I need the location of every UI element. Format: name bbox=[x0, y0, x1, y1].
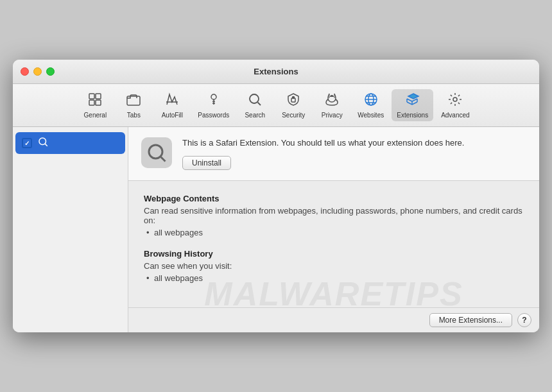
webpage-contents-group: Webpage Contents Can read sensitive info… bbox=[144, 194, 524, 237]
window-title: Extensions bbox=[254, 67, 298, 76]
webpage-contents-item: all webpages bbox=[154, 228, 524, 237]
maximize-button[interactable] bbox=[46, 67, 55, 76]
sidebar bbox=[13, 127, 128, 332]
svg-rect-4 bbox=[127, 96, 140, 105]
toolbar: General Tabs AutoFill bbox=[13, 84, 539, 127]
toolbar-item-general[interactable]: General bbox=[77, 89, 113, 121]
svg-line-20 bbox=[45, 144, 47, 146]
toolbar-item-search[interactable]: Search bbox=[237, 89, 273, 121]
tabs-icon bbox=[126, 92, 141, 110]
search-icon bbox=[247, 92, 263, 110]
advanced-icon bbox=[447, 92, 463, 110]
tabs-label: Tabs bbox=[127, 112, 141, 119]
privacy-icon bbox=[324, 92, 340, 110]
help-button[interactable]: ? bbox=[517, 313, 531, 327]
extension-checkbox[interactable] bbox=[22, 138, 32, 148]
webpage-contents-list: all webpages bbox=[144, 228, 524, 237]
svg-rect-1 bbox=[96, 94, 101, 99]
svg-line-8 bbox=[258, 103, 261, 106]
websites-icon bbox=[363, 92, 379, 110]
autofill-icon bbox=[164, 92, 180, 110]
main-panel: MALWARETIPS This is a Safari Extension. … bbox=[128, 127, 539, 332]
svg-rect-3 bbox=[96, 100, 101, 105]
uninstall-button[interactable]: Uninstall bbox=[182, 156, 231, 170]
toolbar-item-autofill[interactable]: AutoFill bbox=[154, 89, 190, 121]
svg-point-10 bbox=[293, 97, 295, 99]
passwords-label: Passwords bbox=[198, 112, 229, 119]
browsing-history-item: all webpages bbox=[154, 273, 524, 283]
safari-preferences-window: Extensions General Tabs bbox=[13, 60, 539, 332]
extensions-icon bbox=[405, 92, 420, 110]
svg-point-18 bbox=[453, 98, 457, 101]
sidebar-ext-icon bbox=[37, 136, 49, 150]
svg-line-22 bbox=[161, 157, 166, 162]
privacy-label: Privacy bbox=[322, 112, 343, 119]
svg-point-21 bbox=[149, 145, 162, 158]
svg-rect-0 bbox=[89, 94, 94, 99]
browsing-history-title: Browsing History bbox=[144, 249, 524, 259]
bottom-bar: More Extensions... ? bbox=[128, 307, 539, 332]
toolbar-item-extensions[interactable]: Extensions bbox=[392, 89, 433, 121]
permissions-section: Webpage Contents Can read sensitive info… bbox=[128, 181, 539, 307]
svg-rect-2 bbox=[89, 100, 94, 105]
toolbar-item-security[interactable]: Security bbox=[275, 89, 311, 121]
security-icon bbox=[286, 92, 301, 110]
toolbar-item-passwords[interactable]: Passwords bbox=[193, 89, 234, 121]
extension-info: This is a Safari Extension. You should t… bbox=[128, 127, 539, 180]
security-label: Security bbox=[282, 112, 305, 119]
browsing-history-group: Browsing History Can see when you visit:… bbox=[144, 249, 524, 283]
close-button[interactable] bbox=[21, 67, 29, 76]
minimize-button[interactable] bbox=[33, 67, 42, 76]
titlebar: Extensions bbox=[13, 60, 539, 84]
content-area: MALWARETIPS This is a Safari Extension. … bbox=[13, 127, 539, 332]
more-extensions-button[interactable]: More Extensions... bbox=[429, 313, 512, 327]
svg-point-7 bbox=[250, 94, 259, 103]
extension-desc-text: This is a Safari Extension. You should t… bbox=[182, 137, 526, 149]
websites-label: Websites bbox=[358, 112, 384, 119]
traffic-lights bbox=[21, 67, 55, 76]
passwords-icon bbox=[206, 92, 221, 110]
webpage-contents-desc: Can read sensitive information from webp… bbox=[144, 206, 524, 225]
toolbar-item-tabs[interactable]: Tabs bbox=[116, 89, 151, 121]
extension-description: This is a Safari Extension. You should t… bbox=[182, 137, 526, 169]
toolbar-item-websites[interactable]: Websites bbox=[352, 89, 389, 121]
browsing-history-list: all webpages bbox=[144, 273, 524, 283]
toolbar-item-advanced[interactable]: Advanced bbox=[436, 89, 474, 121]
svg-point-6 bbox=[211, 94, 216, 99]
autofill-label: AutoFill bbox=[162, 112, 183, 119]
svg-point-19 bbox=[39, 138, 46, 145]
general-icon bbox=[87, 92, 103, 110]
extension-icon-large bbox=[141, 137, 172, 168]
search-label: Search bbox=[245, 112, 265, 119]
advanced-label: Advanced bbox=[441, 112, 469, 119]
sidebar-item-search-ext[interactable] bbox=[15, 132, 125, 154]
toolbar-item-privacy[interactable]: Privacy bbox=[314, 89, 350, 121]
browsing-history-desc: Can see when you visit: bbox=[144, 261, 524, 271]
webpage-contents-title: Webpage Contents bbox=[144, 194, 524, 203]
general-label: General bbox=[84, 112, 107, 119]
extensions-label: Extensions bbox=[397, 112, 428, 119]
